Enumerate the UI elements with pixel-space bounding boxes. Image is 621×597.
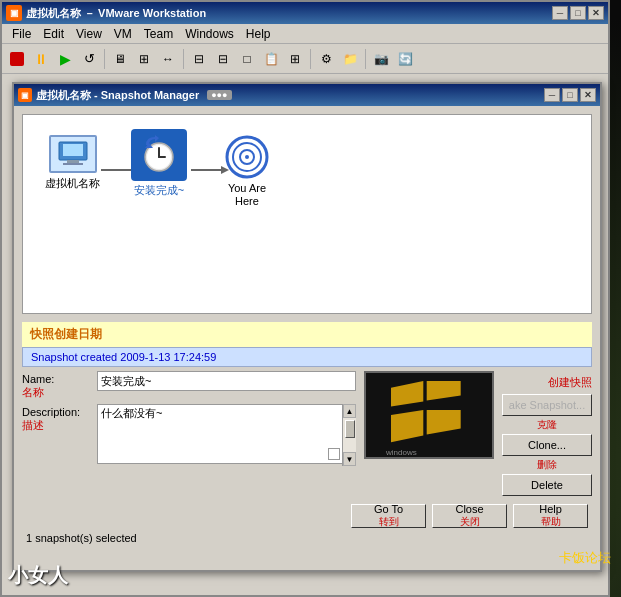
description-row: Description: 描述 什么都没有~ ▲ ▼ [22, 404, 356, 466]
vm-computer-icon [57, 140, 89, 168]
watermark-site: 卡饭论坛 [559, 549, 611, 567]
snapshot-maximize-button[interactable]: □ [562, 88, 578, 102]
minimize-button[interactable]: ─ [552, 6, 568, 20]
refresh-icon: ↺ [84, 51, 95, 66]
desc-scrollbar[interactable]: ▲ ▼ [342, 404, 356, 466]
snapshot-minimize-button[interactable]: ─ [544, 88, 560, 102]
snapshot-node-label: 安装完成~ [134, 183, 184, 198]
date-label: 快照创建日期 [30, 327, 102, 341]
menu-windows[interactable]: Windows [179, 25, 240, 43]
tb-btn-9[interactable]: ⚙ [315, 48, 337, 70]
connector-svg [23, 115, 591, 313]
tb-btn-12[interactable]: 🔄 [394, 48, 416, 70]
snapshot-window-title: 虚拟机名称 - Snapshot Manager [36, 88, 199, 103]
tb-btn-6[interactable]: □ [236, 48, 258, 70]
main-window: ▣ 虚拟机名称 － VMware Workstation ─ □ ✕ File … [0, 0, 610, 597]
name-row: Name: 名称 [22, 371, 356, 400]
help-bottom-button[interactable]: Help 帮助 [513, 504, 588, 528]
vm-node-icon [49, 135, 97, 173]
name-input[interactable] [97, 371, 356, 391]
description-input[interactable] [97, 404, 356, 464]
clone-button[interactable]: Clone... [502, 434, 592, 456]
snapshot-info-text: Snapshot created 2009-1-13 17:24:59 [31, 351, 216, 363]
main-title-bar: ▣ 虚拟机名称 － VMware Workstation ─ □ ✕ [2, 2, 608, 24]
scroll-up-arrow[interactable]: ▲ [343, 404, 356, 418]
toolbar-separator-1 [104, 49, 105, 69]
close-button[interactable]: ✕ [588, 6, 604, 20]
refresh-button[interactable]: ↺ [78, 48, 100, 70]
svg-rect-6 [67, 160, 79, 163]
menu-help[interactable]: Help [240, 25, 277, 43]
desc-label: Description: 描述 [22, 404, 97, 433]
take-snapshot-button[interactable]: ake Snapshot... [502, 394, 592, 416]
status-text: 1 snapshot(s) selected [26, 532, 137, 544]
screenshot-thumbnail: windows [364, 371, 494, 459]
snapshot-window: ▣ 虚拟机名称 - Snapshot Manager ●●● ─ □ ✕ [12, 82, 602, 572]
snapshot-node-highlight [131, 129, 187, 181]
toolbar-separator-3 [310, 49, 311, 69]
svg-rect-5 [63, 144, 83, 156]
snapshot-info-bar: Snapshot created 2009-1-13 17:24:59 [22, 347, 592, 367]
app-icon: ▣ [6, 5, 22, 21]
toolbar-separator-2 [183, 49, 184, 69]
snapshot-node[interactable]: 安装完成~ [131, 129, 187, 198]
snapshot-title-extra: ●●● [207, 90, 231, 100]
tb-btn-4[interactable]: ⊟ [188, 48, 210, 70]
scroll-down-arrow[interactable]: ▼ [343, 452, 356, 466]
pause-button[interactable]: ⏸ [30, 48, 52, 70]
menu-team[interactable]: Team [138, 25, 179, 43]
svg-rect-7 [63, 163, 83, 165]
title-bar-left: ▣ 虚拟机名称 － VMware Workstation [6, 5, 206, 21]
tb-btn-5[interactable]: ⊟ [212, 48, 234, 70]
snapshot-close-button[interactable]: ✕ [580, 88, 596, 102]
tb-btn-8[interactable]: ⊞ [284, 48, 306, 70]
menu-bar: File Edit View VM Team Windows Help [2, 24, 608, 44]
title-controls: ─ □ ✕ [552, 6, 604, 20]
tb-btn-2[interactable]: ⊞ [133, 48, 155, 70]
bottom-bar: Go To 转到 Close 关闭 Help 帮助 1 snapshot(s) … [14, 500, 600, 570]
goto-button[interactable]: Go To 转到 [351, 504, 426, 528]
here-node: You Are Here [223, 133, 271, 208]
toolbar-separator-4 [365, 49, 366, 69]
right-buttons: 创建快照 ake Snapshot... 克隆 Clone... 删除 Dele… [502, 371, 592, 496]
tb-btn-3[interactable]: ↔ [157, 48, 179, 70]
menu-vm[interactable]: VM [108, 25, 138, 43]
bottom-buttons-row: Go To 转到 Close 关闭 Help 帮助 [22, 504, 592, 528]
clone-label: 克隆 [502, 418, 592, 432]
main-window-title: 虚拟机名称 － VMware Workstation [26, 6, 206, 21]
tb-btn-11[interactable]: 📷 [370, 48, 392, 70]
snapshot-window-icon: ▣ [18, 88, 32, 102]
form-section: Name: 名称 Description: 描述 什么都没有~ [22, 371, 592, 496]
maximize-button[interactable]: □ [570, 6, 586, 20]
here-target-icon [225, 135, 269, 179]
snapshot-controls: ─ □ ✕ [544, 88, 596, 102]
desc-textarea-wrapper: 什么都没有~ ▲ ▼ [97, 404, 356, 466]
scroll-track [343, 418, 356, 452]
snapshot-clock-icon [139, 135, 179, 175]
stop-button[interactable] [6, 48, 28, 70]
play-icon: ▶ [60, 51, 71, 67]
tb-btn-1[interactable]: 🖥 [109, 48, 131, 70]
watermark-main: 小女人 [8, 562, 68, 589]
stop-icon [10, 52, 24, 66]
scroll-thumb[interactable] [345, 420, 355, 438]
snapshot-title-bar: ▣ 虚拟机名称 - Snapshot Manager ●●● ─ □ ✕ [14, 84, 600, 106]
vm-node: 虚拟机名称 [45, 135, 100, 191]
desc-checkbox[interactable] [328, 448, 340, 460]
menu-view[interactable]: View [70, 25, 108, 43]
here-node-label: You Are Here [228, 182, 266, 208]
tb-btn-10[interactable]: 📁 [339, 48, 361, 70]
play-button[interactable]: ▶ [54, 48, 76, 70]
form-left: Name: 名称 Description: 描述 什么都没有~ [22, 371, 356, 496]
tb-btn-7[interactable]: 📋 [260, 48, 282, 70]
snapshot-title-left: ▣ 虚拟机名称 - Snapshot Manager ●●● [18, 88, 232, 103]
menu-edit[interactable]: Edit [37, 25, 70, 43]
pause-icon: ⏸ [34, 51, 48, 67]
delete-label: 删除 [502, 458, 592, 472]
snapshot-tree-area[interactable]: 虚拟机名称 安装完成~ [22, 114, 592, 314]
close-bottom-button[interactable]: Close 关闭 [432, 504, 507, 528]
delete-button[interactable]: Delete [502, 474, 592, 496]
thumbnail-svg: windows [366, 373, 494, 459]
here-node-icon [223, 133, 271, 181]
menu-file[interactable]: File [6, 25, 37, 43]
